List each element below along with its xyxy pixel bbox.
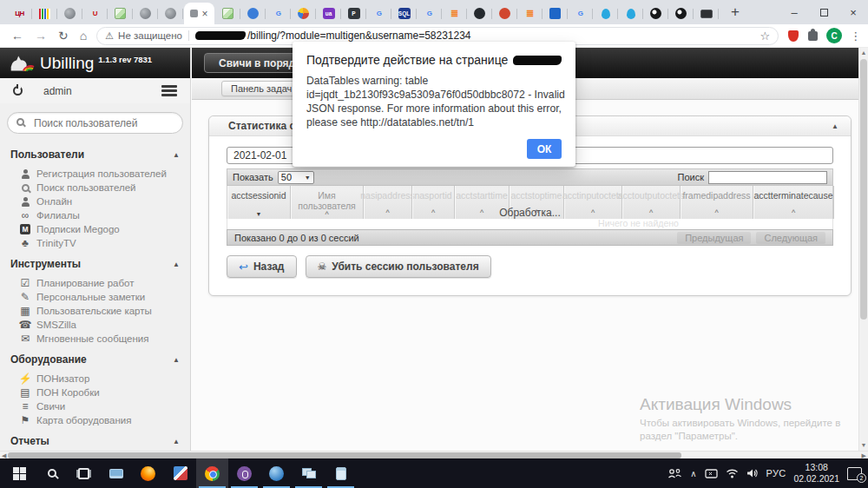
browser-menu-icon[interactable]: ⋮	[850, 30, 861, 43]
logout-power-icon[interactable]	[13, 86, 23, 96]
forward-icon[interactable]: →	[35, 30, 47, 42]
security-label[interactable]: Не защищено	[118, 30, 182, 41]
browser-tab[interactable]	[108, 3, 133, 24]
browser-tab[interactable]: ЦН	[7, 3, 32, 24]
task-view-button[interactable]	[68, 458, 100, 488]
sidebar-item[interactable]: ✉Мгновенные сообщения	[18, 332, 180, 346]
sidebar-section-header[interactable]: Пользователи▲	[10, 148, 180, 161]
minimize-button[interactable]: –	[779, 0, 809, 24]
browser-tab[interactable]: U	[82, 3, 108, 24]
scroll-down-icon[interactable]: ▼	[859, 440, 868, 451]
start-button[interactable]	[3, 458, 36, 488]
browser-tab[interactable]	[158, 3, 183, 24]
sidebar-item[interactable]: ▤ПОН Коробки	[18, 386, 180, 399]
sidebar-item[interactable]: ⚡ПОНизатор	[18, 372, 180, 386]
browser-tab[interactable]: G	[568, 3, 593, 24]
sidebar-item[interactable]: ∞Филиалы	[18, 208, 180, 222]
browser-tab[interactable]: G	[266, 3, 291, 24]
collapse-icon[interactable]: ▲	[832, 122, 838, 130]
browser-tab[interactable]: ua	[316, 3, 341, 24]
browser-tab[interactable]: ≣	[517, 3, 542, 24]
speaker-icon[interactable]	[746, 468, 759, 478]
sidebar-item[interactable]: Онлайн	[18, 195, 180, 208]
browser-tab[interactable]	[291, 3, 316, 24]
adblock-shield-extension-icon[interactable]	[788, 30, 799, 42]
user-search-input[interactable]	[7, 112, 183, 134]
browser-tab[interactable]: G	[417, 3, 442, 24]
horizontal-scroll-thumb[interactable]	[8, 452, 681, 458]
browser-tab[interactable]	[240, 3, 266, 24]
browser-tab[interactable]: SQL	[391, 3, 417, 24]
sidebar-item[interactable]: ⚑Карта оборудования	[18, 413, 180, 427]
notepad-app[interactable]	[325, 458, 357, 488]
browser-tab[interactable]	[542, 3, 568, 24]
photo-viewer-app[interactable]	[164, 458, 196, 488]
breadcrumb[interactable]: Панель задач	[221, 81, 301, 96]
browser-tab[interactable]	[215, 3, 240, 24]
page-size-select[interactable]: 50 ▼	[278, 171, 314, 184]
tab-close-icon[interactable]: ×	[201, 9, 207, 19]
sidebar-item[interactable]: ▦Пользовательские карты	[18, 304, 180, 318]
sidebar-item[interactable]: Поиск пользователей	[18, 181, 180, 195]
back-icon[interactable]: ←	[11, 30, 23, 42]
scroll-up-icon[interactable]: ▲	[859, 48, 868, 58]
browser-tab[interactable]	[467, 3, 492, 24]
browser-tab[interactable]	[57, 3, 82, 24]
wifi-icon[interactable]	[726, 468, 739, 478]
browser-tab[interactable]	[32, 3, 57, 24]
sidebar-item[interactable]: ♣TrinityTV	[18, 236, 180, 250]
taskbar-clock[interactable]: 13:08 02.02.2021	[793, 462, 839, 485]
browser-tab[interactable]	[618, 3, 643, 24]
keyboard-language[interactable]: РУС	[766, 468, 786, 478]
sidebar-item[interactable]: ☎SMSZilla	[18, 318, 180, 332]
sidebar-item[interactable]: MПодписки Megogo	[18, 222, 180, 236]
browser-tab[interactable]	[643, 3, 668, 24]
sphere-app[interactable]	[260, 458, 293, 488]
menu-toggle-icon[interactable]	[161, 85, 177, 96]
back-button[interactable]: ↩ Назад	[227, 255, 297, 278]
browser-tab[interactable]: ≣	[442, 3, 467, 24]
sidebar-item[interactable]: ☑Планирование работ	[18, 276, 180, 290]
extensions-puzzle-icon[interactable]	[808, 31, 818, 41]
next-page-button[interactable]: Следующая	[756, 232, 825, 244]
sidebar-item[interactable]: ≡Свичи	[18, 399, 180, 413]
touch-keyboard-icon[interactable]	[705, 469, 718, 478]
browser-tab[interactable]	[668, 3, 694, 24]
vertical-scrollbar[interactable]: ▲ ▼	[858, 48, 868, 451]
chrome-app[interactable]	[196, 458, 228, 488]
kill-session-button[interactable]: ☠ Убить сессию пользователя	[306, 255, 491, 278]
active-tab[interactable]: ×	[184, 3, 214, 24]
profile-avatar[interactable]: C	[826, 28, 842, 43]
remote-desktop-app[interactable]	[100, 458, 132, 488]
sidebar-section-header[interactable]: Отчеты▲	[10, 435, 180, 447]
table-search-input[interactable]	[708, 171, 827, 184]
new-tab-button[interactable]: +	[726, 3, 745, 21]
people-icon[interactable]	[667, 468, 682, 478]
browser-tab[interactable]: G	[366, 3, 391, 24]
horizontal-scrollbar[interactable]: ◀ ▶	[0, 451, 868, 458]
browser-tab[interactable]: P	[341, 3, 366, 24]
taskbar-search-button[interactable]	[36, 458, 68, 488]
previous-page-button[interactable]: Предыдущая	[677, 232, 751, 244]
bookmark-star-icon[interactable]: ☆	[760, 30, 771, 43]
vertical-scroll-thumb[interactable]	[860, 59, 867, 320]
reload-icon[interactable]: ↻	[58, 30, 69, 42]
action-center-icon[interactable]: 2	[847, 467, 862, 480]
url-path[interactable]: /billing/?module=multigen&username=58231…	[247, 30, 471, 42]
maximize-button[interactable]	[809, 0, 838, 24]
firefox-app[interactable]	[132, 458, 164, 488]
close-button[interactable]: ×	[838, 0, 868, 24]
sidebar-section-header[interactable]: Оборудование▲	[10, 353, 180, 366]
sidebar-section-header[interactable]: Инструменты▲	[10, 258, 180, 270]
browser-tab[interactable]	[492, 3, 517, 24]
viber-app[interactable]	[228, 458, 260, 488]
sidebar-item[interactable]: ✎Персональные заметки	[18, 290, 180, 304]
hidden-icons-chevron[interactable]: ∧	[690, 469, 696, 478]
ok-button[interactable]: ОК	[527, 139, 562, 159]
sidebar-item[interactable]: Регистрация пользователей	[18, 167, 180, 181]
network-places-app[interactable]	[293, 458, 325, 488]
browser-tab[interactable]	[133, 3, 158, 24]
browser-tab[interactable]	[694, 3, 719, 24]
browser-tab[interactable]	[593, 3, 618, 24]
home-icon[interactable]: ⌂	[80, 30, 87, 42]
